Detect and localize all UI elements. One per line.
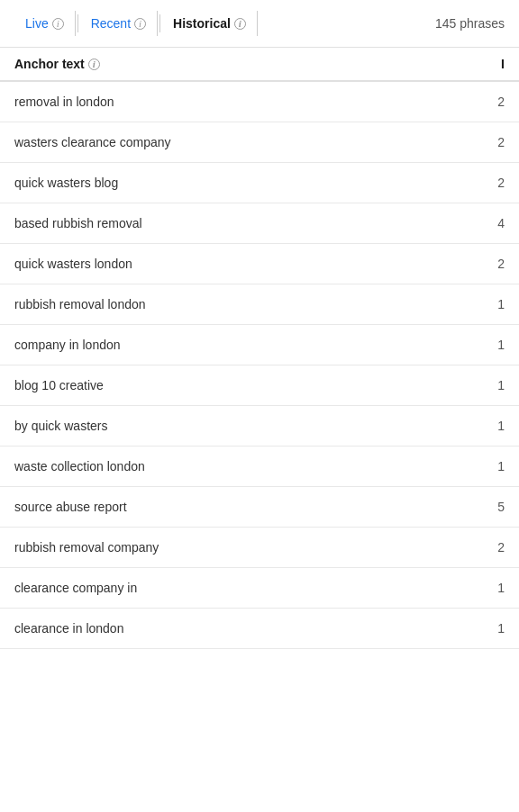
row-count-value: 4 [478, 216, 505, 230]
row-count-value: 1 [478, 419, 505, 433]
row-anchor-text: waste collection london [14, 459, 478, 474]
tab-recent-info-icon[interactable]: i [134, 18, 146, 30]
table-row[interactable]: blog 10 creative1 [0, 365, 519, 406]
table-row[interactable]: rubbish removal london1 [0, 284, 519, 325]
table-row[interactable]: wasters clearance company2 [0, 122, 519, 163]
row-anchor-text: company in london [14, 338, 478, 352]
table-row[interactable]: based rubbish removal4 [0, 203, 519, 244]
row-anchor-text: quick wasters london [14, 257, 478, 271]
table-row[interactable]: clearance in london1 [0, 609, 519, 649]
row-count-value: 2 [478, 257, 505, 271]
column-count: I [478, 57, 505, 71]
table-row[interactable]: source abuse report5 [0, 487, 519, 528]
row-count-value: 2 [478, 540, 505, 555]
row-count-value: 2 [478, 135, 505, 149]
row-count-value: 5 [478, 500, 505, 514]
row-anchor-text: removal in london [14, 95, 478, 109]
tab-live-label: Live [25, 16, 49, 31]
table-body: removal in london2wasters clearance comp… [0, 82, 519, 649]
row-anchor-text: rubbish removal company [14, 540, 478, 555]
tabs-bar: Live i Recent i Historical i 145 phrases [0, 0, 519, 48]
tab-divider-2 [159, 14, 160, 32]
row-anchor-text: based rubbish removal [14, 216, 478, 230]
row-anchor-text: clearance in london [14, 621, 478, 636]
table-row[interactable]: company in london1 [0, 325, 519, 365]
row-count-value: 1 [478, 581, 505, 595]
tab-recent[interactable]: Recent i [80, 11, 158, 36]
table-header: Anchor text i I [0, 48, 519, 82]
row-anchor-text: clearance company in [14, 581, 478, 595]
row-anchor-text: blog 10 creative [14, 378, 478, 392]
row-count-value: 1 [478, 378, 505, 392]
row-count-value: 2 [478, 176, 505, 190]
tab-recent-label: Recent [91, 16, 131, 31]
tab-divider-1 [77, 14, 78, 32]
table-row[interactable]: by quick wasters1 [0, 406, 519, 447]
column-anchor-text: Anchor text i [14, 57, 478, 71]
row-anchor-text: quick wasters blog [14, 176, 478, 190]
row-anchor-text: source abuse report [14, 500, 478, 514]
table-row[interactable]: quick wasters london2 [0, 244, 519, 284]
table-row[interactable]: waste collection london1 [0, 447, 519, 487]
row-anchor-text: rubbish removal london [14, 297, 478, 311]
anchor-text-label: Anchor text [14, 57, 85, 71]
row-anchor-text: wasters clearance company [14, 135, 478, 149]
row-count-value: 1 [478, 459, 505, 474]
tab-historical-label: Historical [173, 16, 231, 31]
table-row[interactable]: removal in london2 [0, 82, 519, 122]
phrases-count: 145 phrases [435, 16, 505, 31]
row-count-value: 1 [478, 621, 505, 636]
tab-historical[interactable]: Historical i [162, 11, 258, 36]
row-count-value: 1 [478, 297, 505, 311]
table-row[interactable]: clearance company in1 [0, 568, 519, 609]
table-row[interactable]: rubbish removal company2 [0, 528, 519, 568]
tab-historical-info-icon[interactable]: i [234, 18, 246, 30]
tab-live-info-icon[interactable]: i [52, 18, 64, 30]
row-count-value: 2 [478, 95, 505, 109]
anchor-text-info-icon[interactable]: i [88, 59, 100, 70]
tab-live[interactable]: Live i [14, 11, 76, 36]
table-row[interactable]: quick wasters blog2 [0, 163, 519, 203]
row-count-value: 1 [478, 338, 505, 352]
row-anchor-text: by quick wasters [14, 419, 478, 433]
